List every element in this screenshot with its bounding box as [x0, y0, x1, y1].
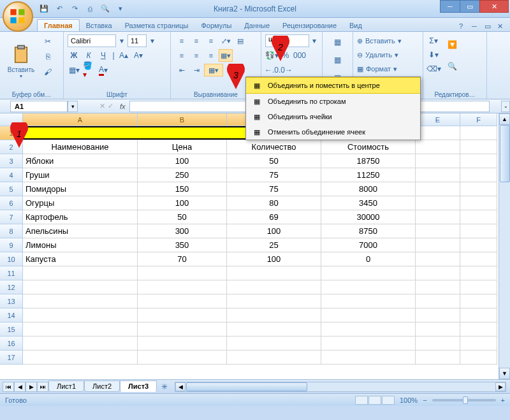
- cell[interactable]: [416, 322, 460, 337]
- cell[interactable]: [321, 351, 416, 365]
- cell[interactable]: 3450: [321, 196, 416, 210]
- row-header-7[interactable]: 7: [0, 210, 23, 224]
- align-left-button[interactable]: ≡: [175, 49, 189, 62]
- cell[interactable]: [321, 266, 416, 280]
- clear-button[interactable]: ⌫▾: [427, 62, 440, 75]
- cell[interactable]: 25: [227, 238, 321, 252]
- cell[interactable]: [416, 337, 460, 351]
- row-header-9[interactable]: 9: [0, 238, 23, 252]
- qat-preview-icon[interactable]: 🔍: [99, 3, 111, 15]
- cell[interactable]: 18750: [321, 154, 416, 168]
- row-header-3[interactable]: 3: [0, 154, 23, 168]
- merge-center-item[interactable]: ▦ Объединить и поместить в центре: [246, 77, 420, 94]
- font-name-drop-icon[interactable]: ▾: [118, 34, 126, 47]
- align-top-button[interactable]: ≡: [175, 34, 189, 47]
- col-header-A[interactable]: A: [23, 113, 138, 126]
- cell[interactable]: [460, 238, 497, 252]
- col-header-B[interactable]: B: [138, 113, 227, 126]
- cell[interactable]: [416, 351, 460, 365]
- cell[interactable]: [227, 308, 321, 322]
- qat-undo-icon[interactable]: ↶: [54, 3, 65, 15]
- qat-print-icon[interactable]: ⎙: [84, 3, 96, 15]
- enter-formula-icon[interactable]: ✓: [108, 102, 113, 110]
- cell[interactable]: [23, 294, 138, 308]
- tab-pagelayout[interactable]: Разметка страницы: [119, 20, 195, 31]
- cell[interactable]: [416, 252, 460, 266]
- cell[interactable]: Апельсины: [23, 224, 138, 238]
- cell[interactable]: [460, 196, 497, 210]
- cell[interactable]: 8000: [321, 182, 416, 196]
- scroll-down-button[interactable]: ▼: [499, 368, 510, 379]
- cell[interactable]: [138, 280, 227, 294]
- cell[interactable]: [138, 351, 227, 365]
- cell[interactable]: 69: [227, 210, 321, 224]
- cell[interactable]: [138, 322, 227, 337]
- cell[interactable]: 75: [227, 182, 321, 196]
- cell[interactable]: [227, 266, 321, 280]
- minimize-ribbon-icon[interactable]: ─: [472, 22, 481, 31]
- align-center-button[interactable]: ≡: [189, 49, 203, 62]
- cell[interactable]: 50: [138, 210, 227, 224]
- autosum-button[interactable]: Σ▾: [427, 34, 440, 47]
- zoom-slider[interactable]: [432, 399, 496, 402]
- find-select-button[interactable]: 🔍: [442, 56, 462, 76]
- cell[interactable]: [416, 196, 460, 210]
- cell[interactable]: [460, 280, 497, 294]
- horizontal-scrollbar[interactable]: ◀ ▶: [175, 382, 506, 392]
- tab-formulas[interactable]: Формулы: [194, 20, 238, 31]
- maximize-button[interactable]: ▭: [460, 0, 480, 13]
- qat-dropdown-icon[interactable]: ▾: [115, 3, 126, 15]
- expand-formula-bar-icon[interactable]: ⌄: [501, 101, 510, 112]
- cell[interactable]: Помидоры: [23, 182, 138, 196]
- cell[interactable]: [227, 337, 321, 351]
- cell[interactable]: [416, 154, 460, 168]
- cell[interactable]: [227, 322, 321, 337]
- row-header-4[interactable]: 4: [0, 168, 23, 182]
- row-header-2[interactable]: 2: [0, 140, 23, 154]
- cell[interactable]: 30000: [321, 210, 416, 224]
- cell[interactable]: [23, 308, 138, 322]
- vscroll-thumb[interactable]: [500, 125, 510, 182]
- tab-data[interactable]: Данные: [238, 20, 276, 31]
- increase-decimal-button[interactable]: ←.0: [265, 64, 278, 76]
- cell[interactable]: [416, 126, 460, 140]
- zoom-in-button[interactable]: +: [501, 396, 505, 404]
- cell[interactable]: [416, 140, 460, 154]
- align-middle-button[interactable]: ≡: [189, 34, 203, 47]
- scroll-right-button[interactable]: ▶: [495, 382, 506, 391]
- row-header-1[interactable]: 1: [0, 126, 23, 140]
- cell[interactable]: [460, 252, 497, 266]
- cell[interactable]: 350: [138, 238, 227, 252]
- borders-button[interactable]: ▦▾: [68, 64, 80, 76]
- cell[interactable]: Наименование: [23, 140, 138, 154]
- percent-button[interactable]: %: [279, 49, 292, 62]
- cell[interactable]: [23, 337, 138, 351]
- qat-redo-icon[interactable]: ↷: [69, 3, 80, 15]
- shrink-font-button[interactable]: A▾: [132, 49, 145, 62]
- paste-button[interactable]: Вставить ▾: [4, 34, 38, 89]
- cell[interactable]: [460, 308, 497, 322]
- cell[interactable]: 70: [138, 252, 227, 266]
- sheet-nav-prev[interactable]: ◀: [14, 382, 26, 392]
- unmerge-item[interactable]: ▦ Отменить объединение ячеек: [246, 124, 420, 140]
- cell[interactable]: 0: [321, 252, 416, 266]
- merge-across-item[interactable]: ▦ Объединить по строкам: [246, 94, 420, 109]
- vertical-scrollbar[interactable]: ▲ ▼: [499, 113, 510, 379]
- orientation-button[interactable]: ⤢▾: [219, 34, 233, 47]
- row-header-16[interactable]: 16: [0, 337, 23, 351]
- cell[interactable]: Стоимость: [321, 140, 416, 154]
- wrap-text-button[interactable]: ▤: [233, 34, 247, 47]
- minimize-button[interactable]: ─: [440, 0, 460, 13]
- new-sheet-button[interactable]: ✳: [158, 380, 171, 393]
- format-cells-button[interactable]: ▦Формат ▾: [357, 62, 419, 75]
- cell[interactable]: [23, 322, 138, 337]
- cell[interactable]: Огурцы: [23, 196, 138, 210]
- zoom-level[interactable]: 100%: [400, 396, 418, 404]
- name-box-dropdown[interactable]: ▾: [68, 101, 78, 112]
- cell[interactable]: 250: [138, 168, 227, 182]
- cell[interactable]: [227, 351, 321, 365]
- cut-button[interactable]: ✂: [41, 34, 55, 48]
- cell[interactable]: Груши: [23, 168, 138, 182]
- cell[interactable]: 300: [138, 224, 227, 238]
- cell[interactable]: [460, 182, 497, 196]
